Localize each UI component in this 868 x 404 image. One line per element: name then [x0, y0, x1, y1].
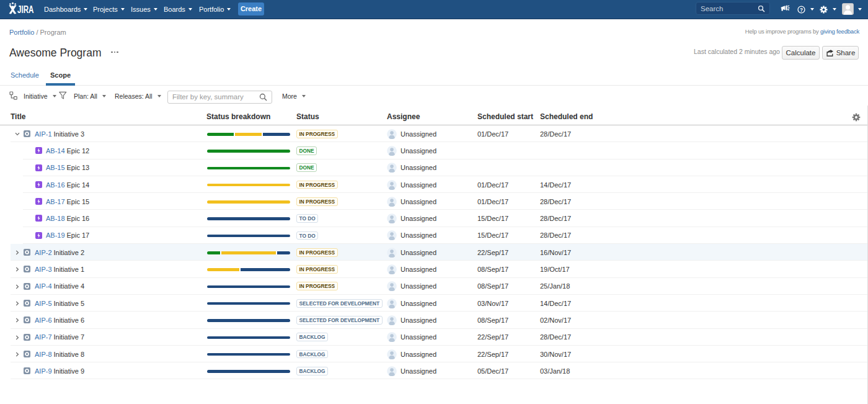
svg-text:JIRA: JIRA: [17, 4, 34, 15]
svg-text:?: ?: [800, 7, 803, 13]
